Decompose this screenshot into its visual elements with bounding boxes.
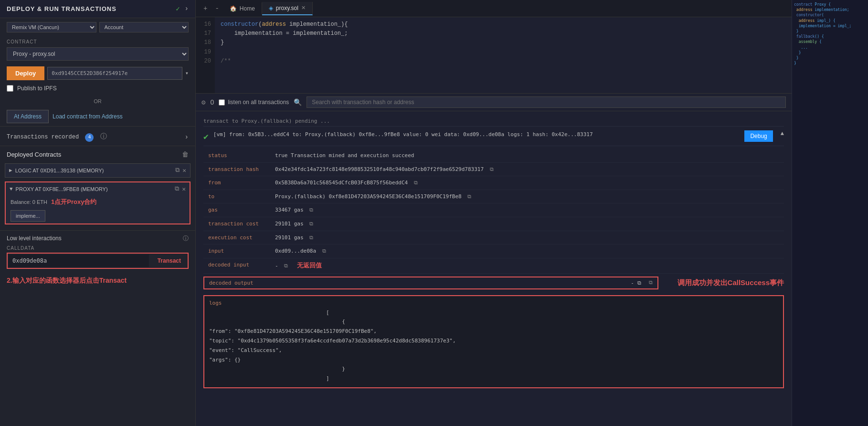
copy-icon-logic[interactable]: ⧉	[175, 167, 180, 174]
low-level-info-icon[interactable]: ⓘ	[183, 234, 189, 243]
contract-item-logic-header[interactable]: ▶ LOGIC AT 0XD91...39138 (MEMORY) ⧉ ✕	[5, 164, 190, 177]
tx-count-label: 0	[210, 98, 214, 106]
copy-txhash-icon[interactable]: ⧉	[490, 166, 494, 172]
close-icon-logic[interactable]: ✕	[182, 167, 186, 174]
listen-checkbox[interactable]	[219, 99, 225, 106]
env-select[interactable]: Remix VM (Cancun)	[7, 22, 96, 32]
tab-close-icon[interactable]: ✕	[301, 5, 306, 11]
copy-from-icon[interactable]: ⧉	[414, 180, 418, 186]
settings-icon[interactable]: ⚙	[201, 98, 205, 106]
tab-proxy-sol[interactable]: ◈ proxy.sol ✕	[262, 2, 313, 15]
right-panel: + - 🏠 Home ◈ proxy.sol ✕ 16 17 18 19 20 …	[196, 0, 792, 426]
copy-execost-icon[interactable]: ⧉	[309, 234, 313, 241]
decoded-output-label: decoded output	[209, 280, 254, 286]
field-val-status: true Transaction mined and execution suc…	[270, 149, 784, 162]
toolbar-row: ⚙ 0 listen on all transactions 🔍	[196, 94, 792, 111]
table-row: status true Transaction mined and execut…	[203, 149, 784, 162]
contract-select[interactable]: Proxy - proxy.sol	[7, 47, 189, 61]
field-val-decoded-input: - ⧉ 无返回值	[270, 258, 784, 273]
mini-code: contract Proxy { address implementation;…	[794, 2, 866, 66]
tab-home[interactable]: 🏠 Home	[223, 2, 262, 15]
close-icon-proxy[interactable]: ✕	[182, 185, 186, 193]
deploy-address-input[interactable]	[47, 67, 182, 80]
deploy-button[interactable]: Deploy	[7, 66, 44, 80]
at-address-row: At Address Load contract from Address	[0, 107, 195, 126]
copy-decoded-input-icon[interactable]: ⧉	[284, 263, 288, 269]
line-numbers: 16 17 18 19 20	[196, 17, 215, 93]
copy-gas-icon[interactable]: ⧉	[309, 207, 313, 213]
pending-text: transact to Proxy.(fallback) pending ...	[203, 116, 784, 127]
code-area: 16 17 18 19 20 constructor(address imple…	[196, 17, 792, 94]
panel-header-icons: ✓ ›	[176, 5, 189, 13]
copy-icon-proxy[interactable]: ⧉	[175, 185, 179, 193]
collapse-tx-icon[interactable]: ▲	[781, 130, 784, 137]
calldata-input[interactable]	[9, 255, 149, 267]
panel-title: DEPLOY & RUN TRANSACTIONS	[7, 5, 116, 12]
no-return-annotation: 无返回值	[297, 262, 322, 269]
listen-label: listen on all transactions	[228, 99, 289, 106]
field-val-input: 0xd09...de08a ⧉	[270, 245, 784, 258]
deploy-row: Deploy ▾	[0, 63, 195, 84]
table-row: decoded input - ⧉ 无返回值	[203, 258, 784, 273]
publish-ipfs-label: Publish to IPFS	[17, 85, 57, 92]
field-val-from: 0x5B38Da6a701c568545dCfcB03FcB875f56bedd…	[270, 176, 784, 190]
transactions-label: Transactions recorded	[7, 134, 79, 140]
transactions-expand-icon[interactable]: ›	[185, 133, 189, 141]
check-icon[interactable]: ✓	[176, 5, 180, 13]
tab-proxy-label: proxy.sol	[276, 5, 298, 11]
impleme-button[interactable]: impleme...	[11, 210, 45, 222]
trash-icon[interactable]: 🗑	[182, 151, 189, 159]
contract-item-logic: ▶ LOGIC AT 0XD91...39138 (MEMORY) ⧉ ✕	[5, 163, 191, 178]
publish-row: Publish to IPFS	[0, 84, 195, 96]
logs-label: logs	[209, 300, 778, 306]
contract-name-logic: LOGIC AT 0XD91...39138 (MEMORY)	[15, 168, 173, 173]
field-val-to: Proxy.(fallback) 0xf8e81D47203A594245E36…	[270, 190, 784, 203]
copy-decoded-output-icon[interactable]: ⧉	[649, 280, 653, 286]
zoom-in-icon[interactable]: +	[200, 3, 211, 14]
contract-icons-logic: ⧉ ✕	[175, 167, 186, 174]
table-row: transaction hash 0x42e34fdc14a723fc8148e…	[203, 162, 784, 176]
low-level-title: Low level interactions	[7, 235, 62, 242]
tx-header-text: [vm] from: 0x5B3...eddC4 to: Proxy.(fall…	[213, 130, 740, 139]
field-val-gas: 33467 gas ⧉	[270, 203, 784, 217]
decoded-output-value: - ⧉	[631, 280, 641, 286]
far-right-content: contract Proxy { address implementation;…	[792, 0, 868, 68]
decoded-output-row: decoded output - ⧉ ⧉ 调用成功并发出CallSuccess事…	[203, 274, 784, 292]
account-select[interactable]: Account	[99, 22, 189, 32]
annotation-1: 1点开Proxy合约	[51, 198, 96, 206]
dropdown-arrow-icon[interactable]: ▾	[185, 70, 189, 77]
publish-ipfs-checkbox[interactable]	[7, 85, 13, 92]
transactions-badge: 4	[85, 133, 94, 142]
chevron-right-icon[interactable]: ›	[185, 5, 189, 13]
deployed-contracts-title: Deployed Contracts	[7, 151, 61, 158]
decoded-output-box: decoded output - ⧉ ⧉	[203, 277, 658, 289]
copy-txcost-icon[interactable]: ⧉	[309, 221, 313, 227]
contract-expand-icon: ▼	[10, 186, 13, 192]
copy-to-icon[interactable]: ⧉	[467, 193, 471, 200]
logs-content: [ { "from": "0xf8e81D47203A594245E36C48e…	[209, 308, 778, 383]
field-key-to: to	[203, 190, 270, 203]
tx-table: status true Transaction mined and execut…	[203, 149, 784, 274]
at-address-button[interactable]: At Address	[7, 110, 49, 123]
table-row: gas 33467 gas ⧉	[203, 203, 784, 217]
contract-item-proxy-header[interactable]: ▼ PROXY AT 0XF8E...9FBE8 (MEMORY) ⧉ ✕	[6, 182, 190, 196]
field-key-execost: execution cost	[203, 231, 270, 245]
editor-tabs: + - 🏠 Home ◈ proxy.sol ✕	[196, 0, 792, 17]
env-row: Remix VM (Cancun) Account	[0, 18, 195, 36]
search-icon[interactable]: 🔍	[294, 98, 302, 106]
listen-row: listen on all transactions	[219, 99, 289, 106]
info-icon[interactable]: ⓘ	[100, 133, 107, 140]
transactions-row: Transactions recorded 4 ⓘ ›	[0, 126, 195, 146]
zoom-out-icon[interactable]: -	[211, 3, 222, 14]
panel-header: DEPLOY & RUN TRANSACTIONS ✓ ›	[0, 0, 195, 18]
tx-success-icon: ✔	[203, 131, 209, 142]
left-panel: DEPLOY & RUN TRANSACTIONS ✓ › Remix VM (…	[0, 0, 196, 426]
search-input[interactable]	[307, 96, 786, 108]
debug-button[interactable]: Debug	[744, 130, 773, 142]
logs-box: logs [ { "from": "0xf8e81D47203A594245E3…	[203, 295, 784, 388]
transact-button[interactable]: Transact	[152, 255, 187, 267]
annotation-2: 2.输入对应的函数选择器后点击Transact	[0, 273, 195, 287]
far-right-panel: contract Proxy { address implementation;…	[792, 0, 868, 426]
copy-input-icon[interactable]: ⧉	[322, 248, 326, 254]
contract-item-proxy: ▼ PROXY AT 0XF8E...9FBE8 (MEMORY) ⧉ ✕ Ba…	[5, 181, 191, 224]
